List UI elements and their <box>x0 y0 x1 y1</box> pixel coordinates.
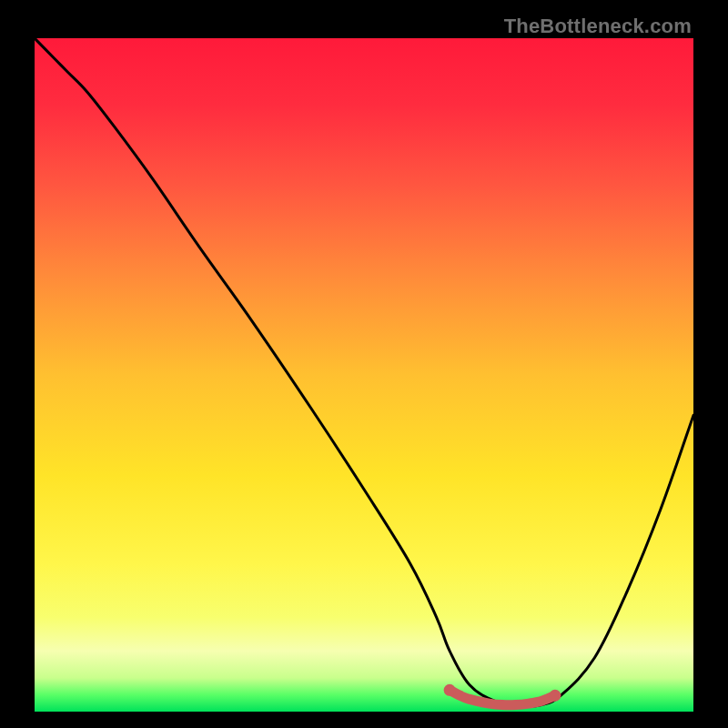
optimal-region-endpoint <box>549 690 561 702</box>
chart-frame: TheBottleneck.com <box>35 16 693 712</box>
optimal-region-endpoint <box>444 684 456 696</box>
watermark-label: TheBottleneck.com <box>504 15 692 38</box>
chart-svg <box>35 38 693 712</box>
gradient-background <box>35 38 693 712</box>
chart-plot <box>35 38 693 712</box>
